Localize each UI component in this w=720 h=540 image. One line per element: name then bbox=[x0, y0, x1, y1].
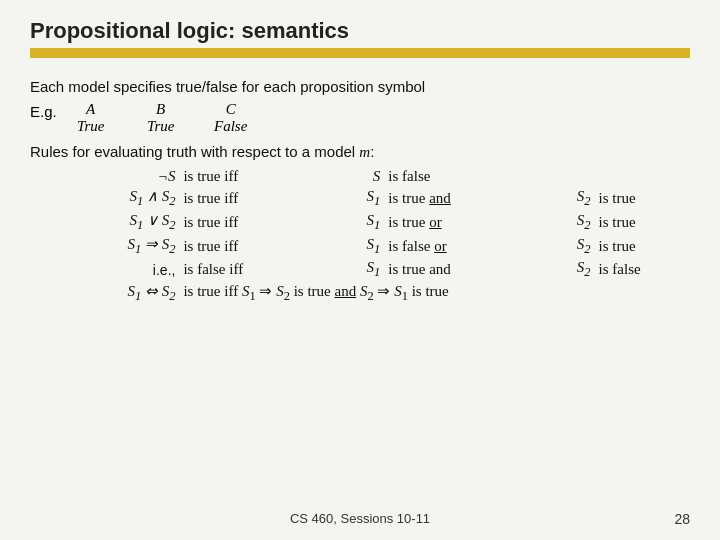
s2-neg bbox=[519, 167, 595, 186]
s1-ie: S1 bbox=[308, 258, 384, 281]
s1-neg: S bbox=[308, 167, 384, 186]
s1-and: S1 bbox=[308, 186, 384, 210]
title-underline bbox=[30, 48, 690, 58]
formula-or: S1 ∨ S2 bbox=[30, 210, 179, 234]
is-true-iff-6: is true iff S1 ⇒ S2 is true and S2 ⇒ S1 … bbox=[179, 281, 690, 305]
connector-ie: is true and bbox=[384, 258, 518, 281]
result-impl: is true bbox=[595, 234, 690, 258]
s2-impl: S2 bbox=[519, 234, 595, 258]
rules-intro: Rules for evaluating truth with respect … bbox=[30, 143, 690, 161]
s1-impl: S1 bbox=[308, 234, 384, 258]
is-false-iff-5: is false iff bbox=[179, 258, 308, 281]
footer-text: CS 460, Sessions 10-11 bbox=[290, 511, 430, 526]
slide-title: Propositional logic: semantics bbox=[30, 18, 690, 44]
connector-impl: is false or bbox=[384, 234, 518, 258]
s2-and: S2 bbox=[519, 186, 595, 210]
connector-neg: is false bbox=[384, 167, 518, 186]
s2-ie: S2 bbox=[519, 258, 595, 281]
is-true-iff-3: is true iff bbox=[179, 210, 308, 234]
formula-neg-s: ¬S bbox=[30, 167, 179, 186]
is-true-iff-4: is true iff bbox=[179, 234, 308, 258]
formula-biconditional: S1 ⇔ S2 bbox=[30, 281, 179, 305]
is-true-iff-1: is true iff bbox=[179, 167, 308, 186]
eg-val-b: True bbox=[141, 118, 181, 135]
is-true-iff-2: is true iff bbox=[179, 186, 308, 210]
or-underline: or bbox=[429, 214, 442, 230]
eg-var-c: C bbox=[211, 101, 251, 118]
model-var: m bbox=[359, 144, 370, 160]
example-block: E.g. A B C True True False bbox=[30, 101, 690, 135]
connector-and: is true and bbox=[384, 186, 518, 210]
connector-or: is true or bbox=[384, 210, 518, 234]
intro-text: Each model specifies true/false for each… bbox=[30, 78, 690, 95]
slide: Propositional logic: semantics Each mode… bbox=[0, 0, 720, 540]
table-row: S1 ⇔ S2 is true iff S1 ⇒ S2 is true and … bbox=[30, 281, 690, 305]
result-or: is true bbox=[595, 210, 690, 234]
result-and: is true bbox=[595, 186, 690, 210]
table-row: S1 ⇒ S2 is true iff S1 is false or S2 is… bbox=[30, 234, 690, 258]
table-row: S1 ∧ S2 is true iff S1 is true and S2 is… bbox=[30, 186, 690, 210]
table-row: i.e., is false iff S1 is true and S2 is … bbox=[30, 258, 690, 281]
formula-ie: i.e., bbox=[30, 258, 179, 281]
table-row: ¬S is true iff S is false bbox=[30, 167, 690, 186]
eg-vars-row: A B C bbox=[71, 101, 251, 118]
and-underline: and bbox=[429, 190, 451, 206]
eg-var-a: A bbox=[71, 101, 111, 118]
s1-or: S1 bbox=[308, 210, 384, 234]
s2-or: S2 bbox=[519, 210, 595, 234]
or-underline2: or bbox=[434, 238, 447, 254]
and-underline2: and bbox=[334, 283, 356, 299]
page-number: 28 bbox=[674, 511, 690, 527]
eg-table: A B C True True False bbox=[71, 101, 251, 135]
eg-label: E.g. bbox=[30, 103, 57, 120]
eg-val-a: True bbox=[71, 118, 111, 135]
result-neg bbox=[595, 167, 690, 186]
eg-val-c: False bbox=[211, 118, 251, 135]
formula-and: S1 ∧ S2 bbox=[30, 186, 179, 210]
formula-impl: S1 ⇒ S2 bbox=[30, 234, 179, 258]
footer: CS 460, Sessions 10-11 28 bbox=[0, 511, 720, 526]
title-bar: Propositional logic: semantics bbox=[0, 0, 720, 58]
table-row: S1 ∨ S2 is true iff S1 is true or S2 is … bbox=[30, 210, 690, 234]
rules-table: ¬S is true iff S is false S1 ∧ S2 is tru… bbox=[30, 167, 690, 305]
eg-var-b: B bbox=[141, 101, 181, 118]
content-area: Each model specifies true/false for each… bbox=[0, 58, 720, 319]
eg-vals-row: True True False bbox=[71, 118, 251, 135]
result-ie: is false bbox=[595, 258, 690, 281]
